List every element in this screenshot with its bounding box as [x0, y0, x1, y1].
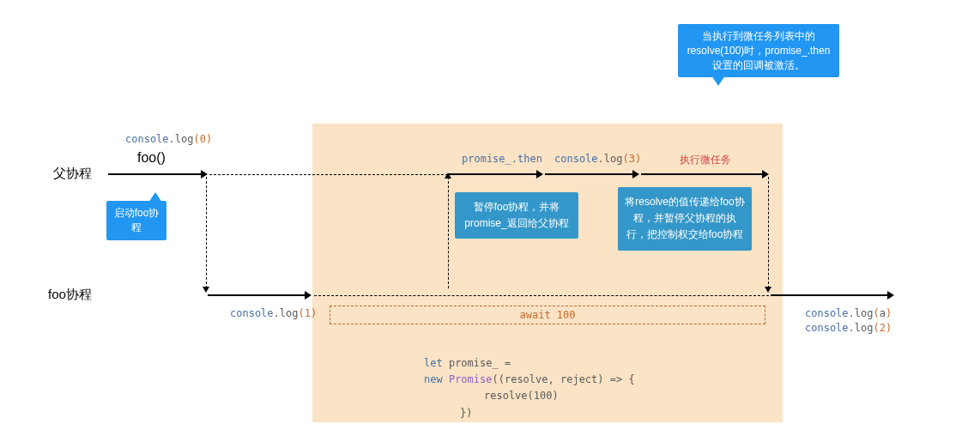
dash-parent-to-foo-2 [768, 177, 769, 288]
foo-dash [314, 295, 769, 296]
code-promise-then: promise_.then [462, 153, 542, 165]
code-foo-call: foo() [137, 150, 166, 166]
dash-foo-to-parent [448, 177, 449, 288]
code-loga: console.log(a) [805, 307, 892, 319]
foo-line-seg1 [208, 294, 306, 296]
foo-line-seg2 [771, 294, 889, 296]
arrow-parent-seg2 [536, 170, 543, 179]
label-exec-microtask: 执行微任务 [680, 153, 731, 167]
dash-parent-to-foo-1 [206, 177, 207, 288]
arrow-down-1 [203, 287, 209, 293]
arrow-down-2 [765, 287, 771, 293]
arrow-parent-seg3 [632, 170, 639, 179]
parent-line-seg3 [545, 173, 634, 175]
bluebox-pause-foo-text: 暂停foo协程，并将promise_返回给父协程 [464, 201, 568, 229]
arrow-up-1 [445, 173, 451, 179]
bluebox-pass-resolve: 将resolve的值传递给foo协程，并暂停父协程的执行，把控制权交给foo协程 [618, 187, 752, 251]
callout-start-foo-text: 启动foo协程 [114, 207, 160, 233]
code-log1: console.log(1) [230, 307, 317, 319]
code-log2: console.log(2) [805, 322, 892, 334]
parent-line-seg2 [448, 173, 538, 175]
parent-line-seg1 [108, 173, 203, 175]
callout-microtask-resolve: 当执行到微任务列表中的resolve(100)时，promise_.then设置… [678, 24, 839, 77]
parent-dash [209, 174, 448, 175]
parent-line-seg4 [641, 173, 764, 175]
callout-start-foo: 启动foo协程 [106, 201, 166, 240]
arrow-foo-seg1 [305, 291, 312, 300]
await-box: await 100 [330, 306, 765, 324]
code-log0: console.log(0) [125, 133, 212, 145]
callout-microtask-text: 当执行到微任务列表中的resolve(100)时，promise_.then设置… [687, 30, 831, 71]
label-foo-coroutine: foo协程 [48, 287, 92, 303]
bluebox-pass-resolve-text: 将resolve的值传递给foo协程，并暂停父协程的执行，把控制权交给foo协程 [625, 196, 744, 240]
arrow-foo-seg2 [887, 291, 894, 300]
code-block: let promise_ = new Promise((resolve, rej… [424, 355, 635, 421]
code-log3: console.log(3) [554, 153, 641, 165]
label-parent-coroutine: 父协程 [53, 166, 92, 182]
bluebox-pause-foo: 暂停foo协程，并将promise_返回给父协程 [455, 192, 578, 239]
